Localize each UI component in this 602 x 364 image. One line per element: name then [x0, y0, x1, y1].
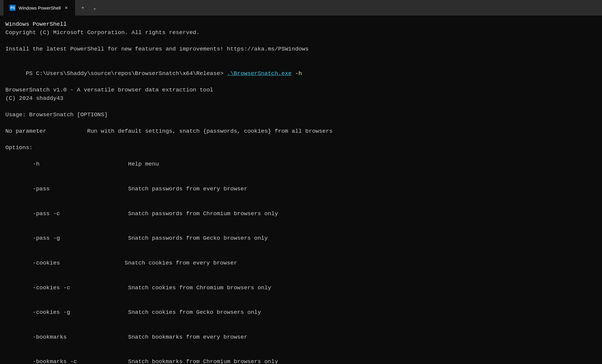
opt2-flag: -pass [26, 186, 50, 192]
terminal-prompt-1: PS C:\Users\Shaddy\source\repos\BrowserS… [5, 62, 597, 86]
terminal-opt-9: -bookmarks -c Snatch bookmarks from Chro… [5, 350, 597, 364]
opt1-desc: Help menu [128, 161, 159, 167]
opt2-pad [50, 186, 128, 192]
opt8-desc: Snatch bookmarks from every browser [128, 334, 247, 340]
opt8-flag: -bookmarks [26, 334, 67, 340]
opt4-flag: -pass -g [26, 235, 60, 241]
opt5-desc: Snatch cookies from every browser [125, 260, 237, 266]
terminal-opt-3: -pass -c Snatch passwords from Chromium … [5, 201, 597, 226]
terminal-line-7: (C) 2024 shaddy43 [5, 94, 597, 103]
opt5-pad [60, 260, 125, 266]
opt1-flag: -h [26, 161, 39, 167]
terminal-blank-2 [5, 53, 597, 62]
terminal-line-6: BrowserSnatch v1.0 - A versatile browser… [5, 86, 597, 94]
opt7-pad [70, 309, 128, 316]
opt4-desc: Snatch passwords from Gecko browsers onl… [128, 235, 268, 241]
terminal-line-1: Windows PowerShell [5, 20, 597, 29]
new-tab-button[interactable]: + [77, 2, 88, 13]
tab-title: Windows PowerShell [19, 5, 61, 10]
opt8-pad [67, 334, 128, 340]
terminal-opt-4: -pass -g Snatch passwords from Gecko bro… [5, 226, 597, 251]
terminal-opt-6: -cookies -c Snatch cookies from Chromium… [5, 276, 597, 300]
opt9-pad [77, 358, 128, 364]
opt9-desc: Snatch bookmarks from Chromium browsers … [128, 358, 278, 364]
titlebar-actions: + ⌄ [75, 2, 103, 13]
terminal-opt-2: -pass Snatch passwords from every browse… [5, 177, 597, 201]
close-tab-button[interactable]: ✕ [64, 5, 69, 10]
terminal-options-header: Options: [5, 144, 597, 152]
prompt1-exe: .\BrowserSnatch.exe [227, 70, 292, 77]
terminal-opt-8: -bookmarks Snatch bookmarks from every b… [5, 325, 597, 350]
opt7-flag: -cookies -g [26, 309, 70, 316]
opt6-pad [70, 285, 128, 291]
opt1-pad [39, 161, 128, 167]
terminal-opt-7: -cookies -g Snatch cookies from Gecko br… [5, 300, 597, 325]
terminal-line-9: Usage: BrowserSnatch [OPTIONS] [5, 111, 597, 119]
dropdown-button[interactable]: ⌄ [89, 2, 100, 13]
terminal-blank-1 [5, 37, 597, 45]
terminal-line-4: Install the latest PowerShell for new fe… [5, 45, 597, 53]
opt7-desc: Snatch cookies from Gecko browsers only [128, 309, 261, 316]
terminal-opt-1: -h Help menu [5, 152, 597, 177]
terminal-blank-3 [5, 103, 597, 111]
opt3-flag: -pass -c [26, 210, 60, 217]
titlebar: PS Windows PowerShell ✕ + ⌄ [0, 0, 602, 16]
terminal-blank-4 [5, 119, 597, 128]
opt5-flag: -cookies [26, 260, 60, 266]
terminal-body[interactable]: Windows PowerShell Copyright (C) Microso… [0, 16, 602, 364]
active-tab[interactable]: PS Windows PowerShell ✕ [4, 0, 75, 16]
terminal-line-2: Copyright (C) Microsoft Corporation. All… [5, 29, 597, 37]
powershell-icon: PS [10, 5, 16, 11]
powershell-window: PS Windows PowerShell ✕ + ⌄ Windows Powe… [0, 0, 602, 364]
opt9-flag: -bookmarks -c [26, 358, 77, 364]
prompt1-path: PS C:\Users\Shaddy\source\repos\BrowserS… [26, 70, 227, 77]
opt2-desc: Snatch passwords from every browser [128, 186, 247, 192]
opt3-pad [60, 210, 128, 217]
opt3-desc: Snatch passwords from Chromium browsers … [128, 210, 278, 217]
terminal-line-11: No parameter Run with default settings, … [5, 127, 597, 136]
opt6-flag: -cookies -c [26, 285, 70, 291]
opt6-desc: Snatch cookies from Chromium browsers on… [128, 285, 271, 291]
terminal-opt-5: -cookies Snatch cookies from every brows… [5, 251, 597, 276]
opt4-pad [60, 235, 128, 241]
prompt1-flag: -h [292, 70, 302, 77]
terminal-blank-5 [5, 136, 597, 144]
